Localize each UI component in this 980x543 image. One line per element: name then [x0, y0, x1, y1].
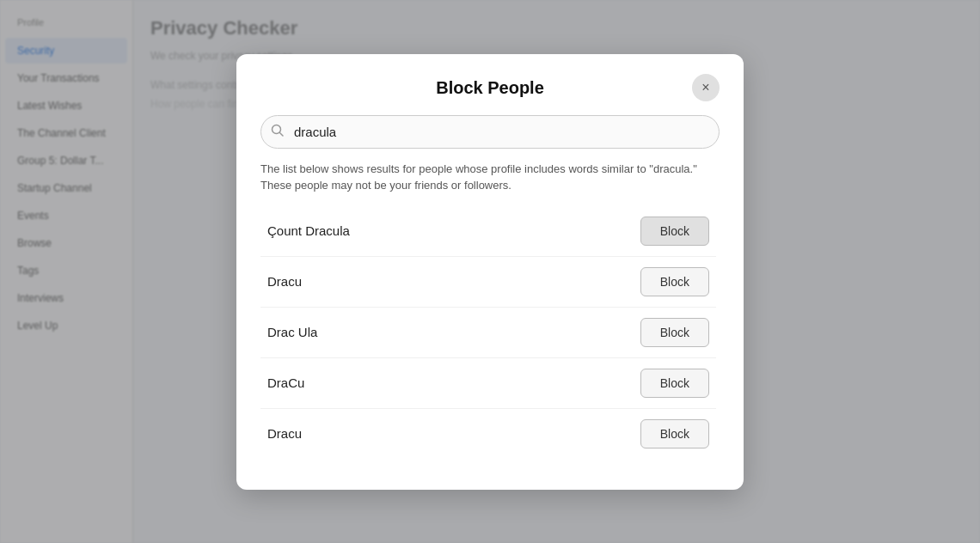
modal-title: Block People: [436, 78, 544, 98]
block-button[interactable]: Block: [640, 267, 709, 296]
search-icon: [271, 124, 284, 139]
result-row: Çount DraculaBlock: [260, 206, 716, 257]
block-button[interactable]: Block: [640, 419, 709, 448]
info-text: The list below shows results for people …: [260, 161, 720, 194]
block-button[interactable]: Block: [640, 369, 709, 398]
search-container: [260, 115, 720, 149]
user-name: Dracu: [267, 426, 302, 441]
svg-line-1: [280, 133, 284, 137]
results-container: Çount DraculaBlockDracuBlockDrac UlaBloc…: [260, 206, 720, 473]
block-people-modal: Block People × The list below shows resu…: [236, 54, 744, 490]
user-name: Dracu: [267, 274, 302, 289]
modal-overlay: Block People × The list below shows resu…: [0, 0, 980, 543]
result-row: DraCuBlock: [260, 358, 716, 409]
user-name: Drac Ula: [267, 325, 317, 339]
result-row: DracuBlock: [260, 257, 716, 308]
user-name: DraCu: [267, 375, 304, 390]
search-input[interactable]: [260, 115, 720, 149]
modal-header: Block People ×: [260, 78, 720, 98]
block-button[interactable]: Block: [640, 318, 709, 347]
user-name: Çount Dracula: [267, 223, 350, 238]
results-scroll[interactable]: Çount DraculaBlockDracuBlockDrac UlaBloc…: [260, 206, 720, 473]
close-button[interactable]: ×: [692, 74, 720, 101]
result-row: Drac UlaBlock: [260, 308, 716, 358]
block-button[interactable]: Block: [640, 217, 709, 246]
result-row: DracuBlock: [260, 409, 716, 459]
